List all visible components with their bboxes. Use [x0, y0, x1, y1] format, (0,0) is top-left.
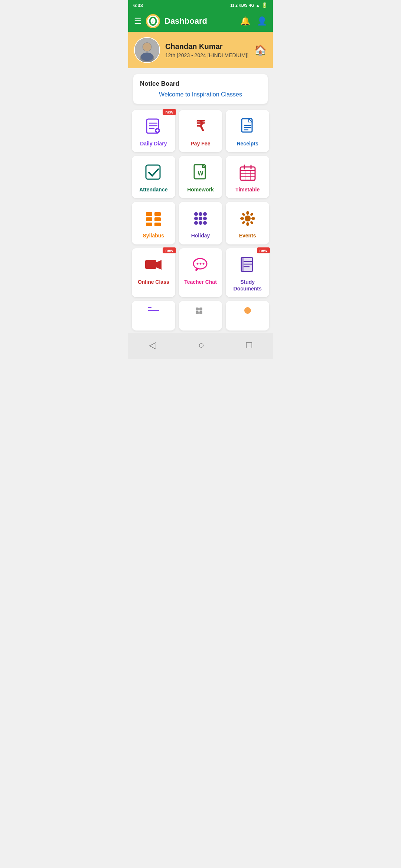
user-banner: Chandan Kumar 12th [2023 - 2024 [HINDI M… [128, 32, 273, 68]
daily-diary-icon [144, 117, 163, 136]
partial-item-1[interactable] [132, 301, 175, 331]
notice-board-title: Notice Board [140, 80, 261, 88]
svg-point-45 [199, 221, 202, 225]
home-button[interactable]: ○ [192, 338, 210, 352]
homework-label: Homework [187, 186, 214, 193]
pay-fee-icon: ₹ [191, 117, 210, 136]
holiday-icon [191, 209, 210, 228]
svg-point-41 [194, 217, 198, 220]
study-documents-button[interactable]: new Study Documents [226, 248, 269, 297]
top-navigation: ☰ i Dashboard 🔔 👤 [128, 10, 273, 32]
svg-rect-63 [199, 308, 202, 310]
svg-point-38 [194, 212, 198, 216]
timetable-button[interactable]: Timetable [226, 156, 269, 198]
svg-rect-61 [148, 307, 151, 308]
partial-item-2[interactable] [179, 301, 222, 331]
attendance-button[interactable]: Attendance [132, 156, 175, 198]
syllabus-button[interactable]: Syllabus [132, 202, 175, 244]
page-title: Dashboard [164, 16, 236, 26]
svg-point-44 [194, 221, 198, 225]
back-button[interactable]: ◁ [143, 338, 162, 352]
syllabus-icon [144, 209, 163, 228]
pay-fee-button[interactable]: ₹ Pay Fee [179, 110, 222, 152]
avatar [134, 37, 160, 63]
user-class: 12th [2023 - 2024 [HINDI MEDIUM]] [165, 52, 249, 58]
events-button[interactable]: Events [226, 202, 269, 244]
avatar-image [135, 38, 159, 62]
timetable-icon [238, 163, 257, 182]
dashboard-grid: new Daily Diary ₹ Pay Fee Receipts [128, 110, 273, 301]
svg-rect-65 [199, 311, 202, 314]
attendance-icon [144, 163, 163, 182]
svg-point-7 [143, 43, 151, 51]
svg-point-51 [196, 263, 198, 264]
svg-rect-32 [146, 212, 152, 216]
receipts-button[interactable]: Receipts [226, 110, 269, 152]
svg-point-53 [202, 263, 204, 264]
holiday-label: Holiday [191, 232, 210, 239]
status-bar: 6:33 11.2 KB/S 4G ▲ 🔋 [128, 0, 273, 10]
teacher-chat-button[interactable]: Teacher Chat [179, 248, 222, 297]
svg-text:W: W [198, 170, 203, 177]
recent-apps-button[interactable]: □ [240, 338, 258, 352]
study-documents-icon [238, 256, 257, 274]
svg-rect-33 [154, 212, 161, 216]
partial-bottom-row [128, 301, 273, 331]
svg-rect-21 [146, 165, 160, 179]
online-class-button[interactable]: new Online Class [132, 248, 175, 297]
pay-fee-label: Pay Fee [191, 140, 211, 147]
status-icons: 11.2 KB/S 4G ▲ 🔋 [230, 2, 268, 8]
svg-marker-49 [156, 260, 162, 270]
attendance-label: Attendance [139, 186, 167, 193]
daily-diary-button[interactable]: new Daily Diary [132, 110, 175, 152]
svg-rect-60 [148, 310, 159, 311]
partial-item-3[interactable] [226, 301, 269, 331]
receipts-icon [238, 117, 257, 136]
nav-action-icons: 🔔 👤 [240, 16, 267, 26]
svg-rect-64 [196, 311, 199, 314]
notice-board: Notice Board Welcome to Inspiration Clas… [133, 74, 268, 104]
svg-point-46 [203, 221, 207, 225]
svg-text:₹: ₹ [196, 118, 205, 134]
svg-point-8 [141, 53, 153, 61]
app-logo: i [146, 14, 160, 28]
homework-button[interactable]: W Homework [179, 156, 222, 198]
events-icon [238, 209, 257, 228]
home-icon[interactable]: 🏠 [254, 44, 267, 56]
partial-icon-3 [242, 307, 253, 314]
notice-board-message: Welcome to Inspiration Classes [140, 91, 261, 98]
online-class-label: Online Class [138, 279, 169, 285]
teacher-chat-label: Teacher Chat [184, 279, 217, 285]
svg-rect-36 [146, 223, 152, 226]
svg-point-40 [203, 212, 207, 216]
new-badge-study: new [257, 247, 270, 253]
svg-rect-35 [154, 217, 161, 221]
user-profile-icon[interactable]: 👤 [257, 16, 267, 26]
svg-rect-37 [154, 223, 161, 226]
homework-icon: W [191, 163, 210, 182]
timetable-label: Timetable [235, 186, 260, 193]
teacher-chat-icon [191, 256, 210, 274]
svg-rect-59 [241, 257, 244, 272]
online-class-icon [144, 256, 163, 274]
svg-point-43 [203, 217, 207, 220]
svg-point-66 [244, 307, 251, 314]
holiday-button[interactable]: Holiday [179, 202, 222, 244]
receipts-label: Receipts [237, 140, 258, 147]
partial-icon-2 [195, 307, 206, 314]
user-info: Chandan Kumar 12th [2023 - 2024 [HINDI M… [165, 42, 249, 58]
svg-point-39 [199, 212, 202, 216]
status-time: 6:33 [133, 3, 143, 8]
svg-point-47 [245, 216, 251, 221]
hamburger-menu-button[interactable]: ☰ [134, 16, 141, 26]
svg-point-52 [199, 263, 201, 264]
partial-icon-1 [148, 307, 159, 314]
bottom-navigation: ◁ ○ □ [128, 333, 273, 359]
new-badge: new [163, 109, 176, 115]
svg-rect-62 [196, 308, 199, 310]
new-badge-online: new [163, 247, 176, 253]
notification-bell-icon[interactable]: 🔔 [240, 16, 250, 26]
syllabus-label: Syllabus [143, 232, 164, 239]
events-label: Events [239, 232, 256, 239]
study-documents-label: Study Documents [229, 279, 265, 292]
